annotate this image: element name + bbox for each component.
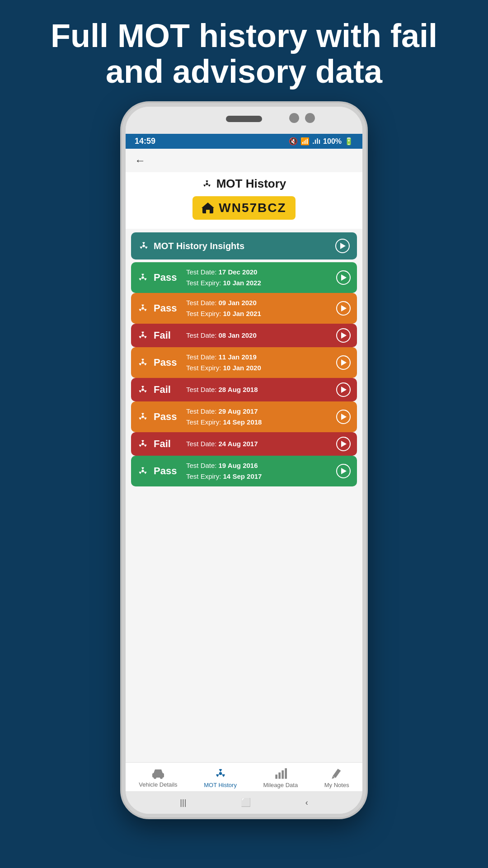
mot-result-6: Fail [154, 438, 181, 450]
svg-rect-19 [278, 773, 281, 779]
phone-body: 14:59 🔇 📶 .ılı 100% 🔋 ← [122, 103, 366, 817]
mot-result-3: Pass [154, 357, 181, 368]
home-bar: ||| ⬜ ‹ [126, 791, 362, 814]
mot-radiation-icon-5 [137, 411, 148, 422]
mot-row-3[interactable]: PassTest Date: 11 Jan 2019Test Expiry: 1… [131, 347, 357, 378]
car-icon [151, 768, 165, 779]
svg-point-17 [219, 772, 222, 775]
svg-point-10 [141, 389, 144, 392]
mot-play-button-0[interactable] [336, 270, 351, 285]
mot-row-4[interactable]: FailTest Date: 28 Aug 2018 [131, 378, 357, 401]
mot-row-left-3: PassTest Date: 11 Jan 2019Test Expiry: 1… [137, 352, 261, 373]
svg-marker-3 [202, 203, 214, 208]
mot-result-2: Fail [154, 330, 181, 341]
phone-top-bar [126, 107, 362, 134]
mot-result-4: Fail [154, 384, 181, 396]
mot-row-7[interactable]: PassTest Date: 19 Aug 2016Test Expiry: 1… [131, 456, 357, 486]
phone-camera-2 [305, 113, 315, 123]
nav-vehicle-details[interactable]: Vehicle Details [139, 768, 177, 788]
mot-play-button-1[interactable] [336, 301, 351, 316]
nav-my-notes[interactable]: My Notes [324, 767, 349, 788]
play-triangle-1 [341, 305, 347, 311]
phone-speaker [226, 116, 262, 122]
play-triangle-6 [341, 441, 347, 447]
mot-play-button-2[interactable] [336, 328, 351, 343]
mute-icon: 🔇 [289, 137, 298, 146]
status-time: 14:59 [135, 137, 155, 146]
mot-dates-4: Test Date: 28 Aug 2018 [186, 384, 258, 395]
back-button[interactable]: ← [135, 154, 145, 166]
phone-mockup: 14:59 🔇 📶 .ılı 100% 🔋 ← [122, 103, 366, 868]
phone-camera-1 [289, 113, 299, 123]
mot-row-left-4: FailTest Date: 28 Aug 2018 [137, 384, 258, 396]
mot-play-button-7[interactable] [336, 464, 351, 478]
mot-radiation-icon-4 [137, 384, 148, 395]
mot-dates-6: Test Date: 24 Aug 2017 [186, 439, 258, 449]
app-content: ← MOT History [126, 149, 362, 791]
nav-back-gesture: ||| [180, 798, 186, 807]
back-nav: ← [126, 149, 362, 172]
mot-row-left-7: PassTest Date: 19 Aug 2016Test Expiry: 1… [137, 460, 262, 482]
mot-play-button-4[interactable] [336, 382, 351, 397]
license-plate: WN57BCZ [192, 196, 295, 220]
battery-text: 100% [323, 137, 342, 146]
mot-result-5: Pass [154, 411, 181, 423]
battery-icon: 🔋 [344, 137, 353, 146]
play-triangle-0 [341, 274, 347, 281]
mot-dates-2: Test Date: 08 Jan 2020 [186, 330, 257, 341]
svg-point-15 [154, 776, 156, 779]
svg-rect-21 [285, 769, 287, 779]
mot-dates-0: Test Date: 17 Dec 2020Test Expiry: 10 Ja… [186, 267, 261, 288]
mot-dates-3: Test Date: 11 Jan 2019Test Expiry: 10 Ja… [186, 352, 261, 373]
insights-radiation-icon [138, 241, 149, 251]
svg-point-5 [142, 245, 145, 248]
svg-rect-18 [275, 775, 277, 779]
nav-vehicle-details-label: Vehicle Details [139, 781, 177, 788]
mot-rows-container: PassTest Date: 17 Dec 2020Test Expiry: 1… [131, 262, 357, 486]
nav-radiation-icon [214, 767, 227, 780]
insights-left: MOT History Insights [138, 241, 244, 251]
mot-row-5[interactable]: PassTest Date: 29 Aug 2017Test Expiry: 1… [131, 401, 357, 432]
status-icons: 🔇 📶 .ılı 100% 🔋 [289, 137, 353, 146]
mot-row-0[interactable]: PassTest Date: 17 Dec 2020Test Expiry: 1… [131, 262, 357, 293]
nav-mot-history[interactable]: MOT History [204, 767, 237, 788]
svg-point-6 [141, 277, 144, 279]
mot-row-left-2: FailTest Date: 08 Jan 2020 [137, 330, 257, 341]
svg-point-11 [141, 416, 144, 419]
mot-row-6[interactable]: FailTest Date: 24 Aug 2017 [131, 432, 357, 456]
nav-mot-history-label: MOT History [204, 782, 237, 788]
mot-result-0: Pass [154, 272, 181, 283]
mot-row-left-6: FailTest Date: 24 Aug 2017 [137, 438, 258, 450]
mot-play-button-3[interactable] [336, 355, 351, 370]
mot-row-left-0: PassTest Date: 17 Dec 2020Test Expiry: 1… [137, 267, 261, 288]
title-area: MOT History WN57BCZ [126, 172, 362, 229]
nav-mileage-label: Mileage Data [263, 782, 298, 788]
svg-rect-20 [282, 770, 284, 779]
title-radiation-icon [202, 179, 212, 189]
svg-point-9 [141, 362, 144, 364]
mot-play-button-6[interactable] [336, 437, 351, 451]
mot-row-2[interactable]: FailTest Date: 08 Jan 2020 [131, 324, 357, 347]
mot-row-left-5: PassTest Date: 29 Aug 2017Test Expiry: 1… [137, 406, 262, 428]
mot-radiation-icon-7 [137, 466, 148, 476]
nav-mileage-data[interactable]: Mileage Data [263, 767, 298, 788]
mot-play-button-5[interactable] [336, 410, 351, 424]
mot-dates-5: Test Date: 29 Aug 2017Test Expiry: 14 Se… [186, 406, 262, 428]
insights-play-button[interactable] [335, 239, 350, 253]
play-triangle-2 [341, 332, 347, 339]
svg-point-13 [141, 470, 144, 473]
insights-row[interactable]: MOT History Insights [131, 232, 357, 259]
svg-point-1 [206, 183, 208, 185]
svg-rect-4 [206, 210, 210, 213]
pencil-icon [331, 767, 343, 780]
nav-home-gesture: ⬜ [241, 797, 251, 807]
mot-result-1: Pass [154, 302, 181, 314]
svg-point-16 [160, 776, 163, 779]
mot-list: MOT History Insights PassTest Date: 17 D… [126, 229, 362, 762]
wifi-icon: 📶 [300, 137, 310, 146]
mot-row-1[interactable]: PassTest Date: 09 Jan 2020Test Expiry: 1… [131, 293, 357, 324]
play-triangle-3 [341, 359, 347, 366]
mot-row-left-1: PassTest Date: 09 Jan 2020Test Expiry: 1… [137, 297, 261, 319]
bottom-nav: Vehicle Details MOT History [126, 762, 362, 791]
mot-radiation-icon-2 [137, 330, 148, 341]
